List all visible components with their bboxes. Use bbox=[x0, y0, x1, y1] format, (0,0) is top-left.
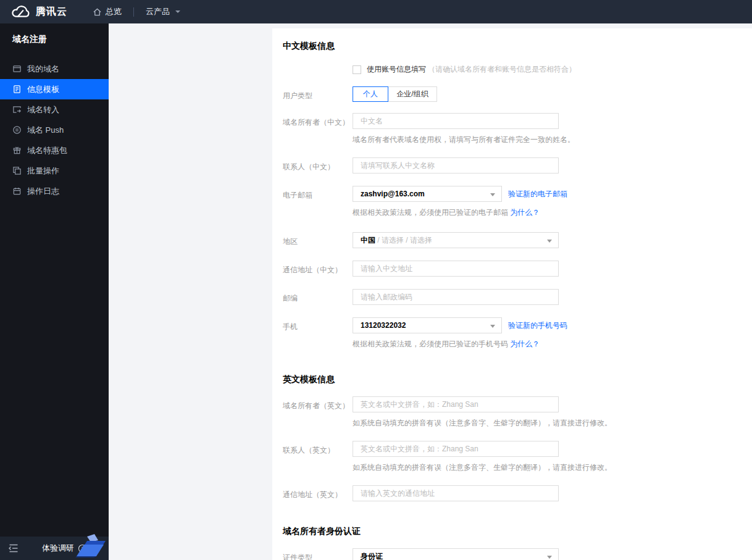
region-label: 地区 bbox=[283, 232, 353, 248]
nav-separator bbox=[133, 7, 134, 17]
zipcode-input[interactable] bbox=[353, 289, 559, 305]
contact-cn-label: 联系人（中文） bbox=[283, 157, 353, 173]
spacer-label bbox=[283, 63, 353, 75]
section-cn: 中文模板信息 使用账号信息填写 （请确认域名所有者和账号信息是否相符合） 用户类… bbox=[283, 41, 737, 349]
nav-overview-label: 总览 bbox=[106, 6, 122, 17]
zipcode-label: 邮编 bbox=[283, 289, 353, 305]
gift-icon bbox=[12, 146, 22, 155]
sidebar-item-label: 操作日志 bbox=[27, 186, 59, 197]
contact-en-input[interactable] bbox=[353, 441, 559, 457]
cert-type-label: 证件类型 bbox=[283, 548, 353, 560]
sidebar-footer: 体验调研 bbox=[0, 537, 109, 560]
section-identity: 域名所有者身份认证 证件类型 身份证 请上传与域名所有者完全一致的身份证。 证件… bbox=[283, 526, 737, 560]
email-help: 根据相关政策法规，必须使用已验证的电子邮箱 为什么？ bbox=[353, 207, 567, 218]
sidebar-item-label: 域名 Push bbox=[27, 125, 64, 136]
sidebar-item-domain-transfer[interactable]: 域名转入 bbox=[0, 99, 109, 120]
address-en-label: 通信地址（英文） bbox=[283, 485, 353, 501]
brand[interactable]: 腾讯云 bbox=[0, 5, 83, 19]
use-account-info-row: 使用账号信息填写 （请确认域名所有者和账号信息是否相符合） bbox=[353, 63, 576, 75]
section-en: 英文模板信息 域名所有者（英文） 如系统自动填充的拼音有误（注意多音字、生僻字的… bbox=[283, 374, 737, 501]
sidebar-item-domain-push[interactable]: 域名 Push bbox=[0, 120, 109, 140]
sidebar-item-info-template[interactable]: 信息模板 bbox=[0, 79, 109, 99]
use-account-info-note: （请确认域名所有者和账号信息是否相符合） bbox=[428, 64, 576, 75]
home-icon bbox=[93, 7, 102, 17]
region-select[interactable]: 中国 / 请选择 / 请选择 bbox=[353, 232, 559, 248]
survey-folder-graphic-icon bbox=[73, 534, 108, 560]
region-select-value: 中国 bbox=[361, 235, 375, 246]
sidebar-item-label: 信息模板 bbox=[27, 84, 59, 95]
user-type-tabs: 个人 企业/组织 bbox=[353, 86, 437, 102]
brand-name: 腾讯云 bbox=[36, 6, 67, 19]
contact-cn-input[interactable] bbox=[353, 157, 559, 173]
section-en-title: 英文模板信息 bbox=[283, 374, 737, 385]
tab-personal[interactable]: 个人 bbox=[353, 86, 388, 102]
top-navbar: 腾讯云 总览 云产品 bbox=[0, 0, 752, 23]
section-identity-title: 域名所有者身份认证 bbox=[283, 526, 737, 537]
copy-squares-icon bbox=[12, 166, 22, 175]
sidebar-item-operation-log[interactable]: 操作日志 bbox=[0, 181, 109, 201]
cert-type-select[interactable]: 身份证 bbox=[353, 548, 559, 560]
phone-select[interactable]: 13120322032 bbox=[353, 317, 502, 333]
sidebar-item-my-domains[interactable]: 我的域名 bbox=[0, 59, 109, 79]
address-cn-input[interactable] bbox=[353, 261, 559, 277]
sidebar: 域名注册 我的域名 信息模板 域名转入 域名 Push bbox=[0, 23, 109, 560]
survey-label: 体验调研 bbox=[42, 543, 74, 554]
sidebar-item-label: 批量操作 bbox=[27, 165, 59, 177]
owner-cn-help: 域名所有者代表域名使用权，请填写与所有者证件完全一致的姓名。 bbox=[353, 135, 575, 145]
sidebar-title: 域名注册 bbox=[0, 23, 109, 45]
contact-en-label: 联系人（英文） bbox=[283, 441, 353, 473]
sidebar-item-label: 域名特惠包 bbox=[27, 145, 67, 156]
cert-type-select-value: 身份证 bbox=[361, 551, 383, 560]
address-cn-label: 通信地址（中文） bbox=[283, 261, 353, 277]
email-select[interactable]: zashvip@163.com bbox=[353, 186, 502, 202]
chevron-down-icon bbox=[547, 240, 552, 243]
sidebar-item-batch-operation[interactable]: 批量操作 bbox=[0, 161, 109, 181]
owner-cn-label: 域名所有者（中文） bbox=[283, 113, 353, 145]
nav-overview[interactable]: 总览 bbox=[83, 0, 131, 23]
document-icon bbox=[12, 85, 22, 94]
email-help-text: 根据相关政策法规，必须使用已验证的电子邮箱 bbox=[353, 208, 510, 217]
nav-products-label: 云产品 bbox=[146, 6, 170, 17]
user-type-label: 用户类型 bbox=[283, 86, 353, 102]
contact-en-help: 如系统自动填充的拼音有误（注意多音字、生僻字的翻译），请直接进行修改。 bbox=[353, 462, 612, 473]
chevron-down-icon bbox=[547, 556, 552, 559]
verify-new-email-link[interactable]: 验证新的电子邮箱 bbox=[508, 189, 567, 199]
owner-en-label: 域名所有者（英文） bbox=[283, 396, 353, 428]
content-area: 中文模板信息 使用账号信息填写 （请确认域名所有者和账号信息是否相符合） 用户类… bbox=[109, 23, 752, 560]
email-why-link[interactable]: 为什么？ bbox=[510, 208, 540, 217]
sidebar-item-domain-package[interactable]: 域名特惠包 bbox=[0, 140, 109, 161]
phone-help: 根据相关政策法规，必须使用已验证的手机号码 为什么？ bbox=[353, 339, 567, 349]
email-select-value: zashvip@163.com bbox=[361, 190, 425, 198]
collapse-sidebar-icon[interactable] bbox=[9, 544, 19, 553]
chevron-down-icon bbox=[490, 193, 495, 196]
address-en-input[interactable] bbox=[353, 485, 559, 501]
phone-select-value: 13120322032 bbox=[361, 321, 406, 330]
tencent-cloud-logo-icon bbox=[10, 5, 30, 19]
owner-en-input[interactable] bbox=[353, 396, 559, 412]
phone-why-link[interactable]: 为什么？ bbox=[510, 340, 540, 348]
use-account-info-checkbox[interactable] bbox=[353, 65, 361, 74]
region-select-placeholder: / 请选择 / 请选择 bbox=[375, 235, 432, 246]
email-label: 电子邮箱 bbox=[283, 186, 353, 218]
sidebar-menu: 我的域名 信息模板 域名转入 域名 Push 域名特惠包 bbox=[0, 59, 109, 201]
phone-help-text: 根据相关政策法规，必须使用已验证的手机号码 bbox=[353, 340, 510, 348]
phone-label: 手机 bbox=[283, 317, 353, 349]
push-circle-icon bbox=[12, 125, 22, 135]
nav-cloud-products[interactable]: 云产品 bbox=[136, 0, 190, 23]
sidebar-item-label: 我的域名 bbox=[27, 64, 59, 75]
section-cn-title: 中文模板信息 bbox=[283, 41, 737, 52]
calendar-log-icon bbox=[12, 186, 22, 196]
template-form-card: 中文模板信息 使用账号信息填写 （请确认域名所有者和账号信息是否相符合） 用户类… bbox=[272, 28, 752, 560]
transfer-in-icon bbox=[12, 105, 22, 114]
chevron-down-icon bbox=[175, 10, 180, 13]
browser-window-icon bbox=[12, 64, 22, 73]
owner-en-help: 如系统自动填充的拼音有误（注意多音字、生僻字的翻译），请直接进行修改。 bbox=[353, 418, 612, 428]
chevron-down-icon bbox=[490, 325, 495, 328]
verify-new-phone-link[interactable]: 验证新的手机号码 bbox=[508, 320, 567, 331]
sidebar-item-label: 域名转入 bbox=[27, 104, 59, 115]
owner-cn-input[interactable] bbox=[353, 113, 559, 129]
use-account-info-label: 使用账号信息填写 bbox=[367, 64, 426, 75]
tab-organization[interactable]: 企业/组织 bbox=[388, 86, 437, 102]
